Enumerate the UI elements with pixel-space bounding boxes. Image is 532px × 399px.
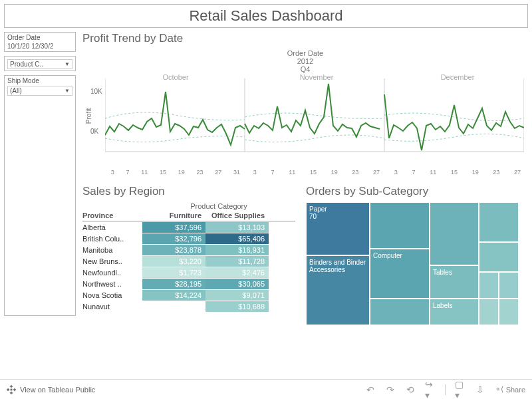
share-icon: ⚬⟨ [495,385,503,394]
redo-icon[interactable]: ↷ [385,384,396,395]
treemap-cell[interactable] [479,272,499,299]
svg-rect-13 [11,388,13,390]
chevron-down-icon: ▼ [65,88,70,94]
download-icon[interactable]: ⇩ [475,384,485,395]
treemap-cell[interactable] [370,299,430,325]
svg-rect-12 [14,388,15,390]
treemap-cell[interactable]: Tables [430,265,479,299]
svg-rect-10 [7,388,8,390]
profit-trend-title: Profit Trend by Date [82,32,528,45]
filter-ship-mode[interactable]: Ship Mode (All) ▼ [4,75,76,316]
svg-rect-6 [10,386,13,386]
table-row[interactable]: Newfoundl..$1,723$2,476 [82,267,295,278]
sales-region-title: Sales by Region [82,185,295,198]
filter-label: Order Date [7,34,72,41]
filter-product-category[interactable]: Product C.. ▼ [4,56,76,71]
filter-order-date[interactable]: Order Date 10/1/20 12/30/2 [4,32,76,52]
forward-icon[interactable]: ↪ ▾ [425,384,436,395]
filter-sidebar: Order Date 10/1/20 12/30/2 Product C.. ▼… [4,32,76,325]
dashboard-title: Retail Sales Dashboard [4,4,528,28]
y-axis-label: Profit [85,108,92,124]
table-row[interactable]: Nunavut$10,688 [82,301,295,312]
chevron-down-icon: ▼ [65,61,70,67]
share-button[interactable]: ⚬⟨Share [495,385,525,394]
orders-treemap[interactable]: Paper70Binders and Binder AccessoriesCom… [306,202,519,325]
treemap-cell[interactable] [479,202,519,242]
table-row[interactable]: British Colu..$32,796$65,406 [82,233,295,244]
treemap-cell[interactable] [499,272,519,299]
table-row[interactable]: New Bruns..$3,220$11,728 [82,255,295,267]
treemap-cell[interactable]: Labels [430,299,479,325]
orders-subcat-title: Orders by Sub-Category [306,185,528,198]
sales-region-table[interactable]: Product Category Province Furniture Offi… [82,202,295,312]
table-row[interactable]: Northwest ..$28,195$30,065 [82,278,295,289]
undo-icon[interactable]: ↶ [365,384,376,395]
table-row[interactable]: Manitoba$23,878$16,931 [82,244,295,255]
treemap-cell[interactable]: Paper70 [306,202,370,255]
profit-trend-chart[interactable]: Order Date 2012 Q4 October November Dece… [82,49,528,176]
table-row[interactable]: Alberta$37,596$13,103 [82,221,295,233]
treemap-cell[interactable] [430,202,479,265]
treemap-cell[interactable] [479,299,499,325]
treemap-cell[interactable] [479,242,519,272]
footer-toolbar: View on Tableau Public ↶ ↷ ⟲ ↪ ▾ ▢ ▾ ⇩ ⚬… [0,379,532,399]
svg-rect-8 [10,392,13,393]
tableau-logo-icon [7,385,16,394]
table-row[interactable]: Nova Scotia$14,224$9,071 [82,289,295,301]
treemap-cell[interactable] [370,202,430,249]
treemap-cell[interactable]: Binders and Binder Accessories [306,255,370,325]
treemap-cell[interactable]: Computer [370,249,430,299]
reset-icon[interactable]: ⟲ [405,384,416,395]
view-on-public-link[interactable]: View on Tableau Public [20,386,95,394]
presentation-icon[interactable]: ▢ ▾ [455,384,466,395]
treemap-cell[interactable] [499,299,519,325]
